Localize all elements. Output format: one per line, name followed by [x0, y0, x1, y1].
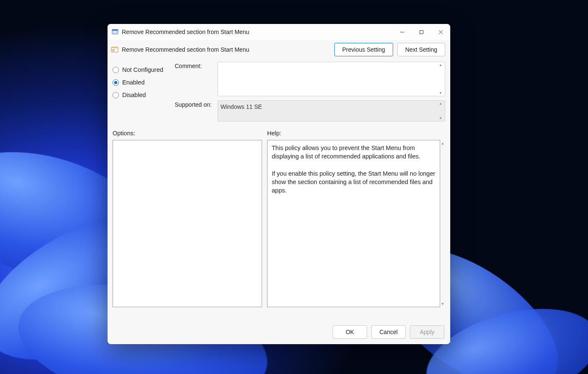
supported-value: Windows 11 SE	[220, 103, 262, 110]
help-label: Help:	[267, 130, 281, 137]
radio-label: Enabled	[122, 79, 144, 86]
window-title: Remove Recommended section from Start Me…	[122, 29, 249, 35]
arrow-down-icon: ▼	[441, 302, 445, 307]
previous-setting-button[interactable]: Previous Setting	[334, 43, 393, 56]
help-scrollbar[interactable]: ▲ ▼	[440, 140, 445, 307]
svg-rect-1	[112, 29, 118, 31]
help-paragraph: This policy allows you to prevent the St…	[272, 144, 436, 161]
titlebar[interactable]: Remove Recommended section from Start Me…	[108, 24, 450, 40]
ok-button[interactable]: OK	[333, 325, 367, 339]
fields-column: Comment: ▲▼ Supported on: Windows 11 SE …	[175, 62, 445, 121]
policy-title: Remove Recommended section from Start Me…	[122, 46, 249, 53]
comment-input[interactable]: ▲▼	[218, 62, 445, 96]
policy-icon	[111, 46, 118, 53]
help-paragraph: If you enable this policy setting, the S…	[272, 169, 436, 195]
dialog-button-row: OK Cancel Apply	[108, 320, 450, 344]
radio-icon	[113, 92, 119, 98]
radio-icon	[113, 79, 119, 86]
options-label: Options:	[113, 130, 262, 137]
radio-disabled[interactable]: Disabled	[113, 89, 171, 101]
help-panel[interactable]: This policy allows you to prevent the St…	[267, 140, 440, 307]
policy-editor-window: Remove Recommended section from Start Me…	[108, 24, 450, 344]
svg-rect-3	[420, 30, 423, 34]
radio-label: Disabled	[122, 92, 146, 98]
main-area: Not Configured Enabled Disabled Comment:…	[108, 59, 450, 320]
panels-row: This policy allows you to prevent the St…	[113, 140, 445, 307]
radio-label: Not Configured	[122, 66, 163, 73]
state-radio-group: Not Configured Enabled Disabled	[113, 62, 171, 121]
supported-row: Supported on: Windows 11 SE ▲▼	[175, 100, 445, 121]
policy-header-row: Remove Recommended section from Start Me…	[108, 40, 450, 59]
next-setting-button[interactable]: Next Setting	[397, 43, 445, 56]
comment-row: Comment: ▲▼	[175, 62, 445, 96]
supported-on-box: Windows 11 SE ▲▼	[218, 100, 445, 121]
scroll-arrows[interactable]: ▲▼	[439, 63, 444, 95]
maximize-button[interactable]	[412, 24, 431, 40]
svg-rect-7	[111, 47, 118, 48]
apply-button[interactable]: Apply	[410, 325, 444, 339]
nav-buttons: Previous Setting Next Setting	[334, 43, 445, 56]
comment-label: Comment:	[175, 62, 215, 69]
scroll-arrows[interactable]: ▲▼	[439, 102, 444, 120]
close-button[interactable]	[431, 24, 450, 40]
arrow-down-icon: ▼	[439, 91, 444, 95]
arrow-up-icon: ▲	[439, 63, 444, 67]
options-panel[interactable]	[113, 140, 262, 307]
arrow-up-icon: ▲	[441, 141, 445, 145]
radio-icon	[113, 67, 119, 73]
svg-rect-9	[112, 51, 114, 51]
arrow-up-icon: ▲	[439, 102, 444, 105]
window-controls	[392, 24, 450, 40]
help-wrap: This policy allows you to prevent the St…	[267, 140, 445, 307]
top-row: Not Configured Enabled Disabled Comment:…	[113, 62, 445, 121]
radio-enabled[interactable]: Enabled	[113, 76, 171, 89]
radio-not-configured[interactable]: Not Configured	[113, 63, 171, 76]
app-icon	[112, 29, 118, 35]
svg-rect-8	[112, 50, 115, 50]
supported-label: Supported on:	[175, 100, 215, 108]
minimize-button[interactable]	[392, 24, 412, 40]
section-labels: Options: Help:	[113, 130, 445, 137]
cancel-button[interactable]: Cancel	[371, 325, 406, 339]
arrow-down-icon: ▼	[439, 116, 444, 120]
